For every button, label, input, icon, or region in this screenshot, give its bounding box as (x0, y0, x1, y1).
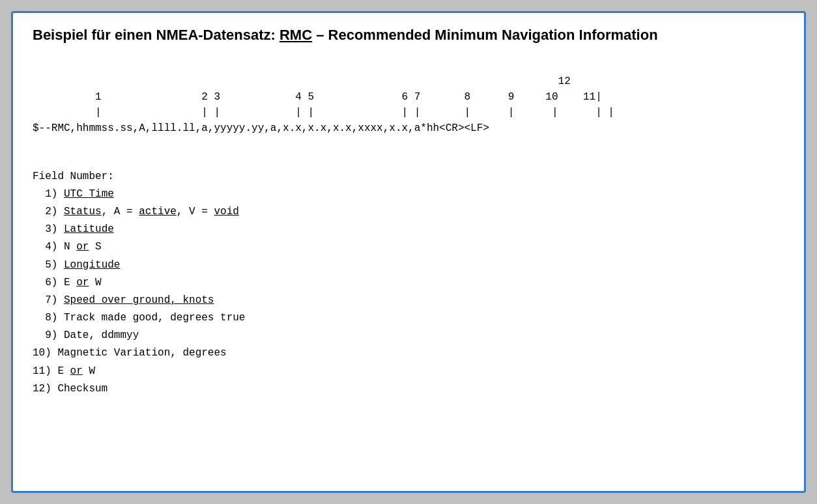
field-3: 3) Latitude (33, 221, 784, 238)
field-9: 9) Date, ddmmyy (33, 327, 784, 344)
field-12: 12) Checksum (33, 380, 784, 398)
field-5: 5) Longitude (33, 257, 784, 274)
diagram-line3: | | | | | | | | | | | | (33, 107, 614, 119)
field-4: 4) N or S (33, 238, 784, 256)
title-suffix: – Recommended Minimum Navigation Informa… (316, 27, 657, 43)
field-6: 6) E or W (33, 274, 784, 292)
diagram-line1: 12 (33, 76, 571, 87)
title-underline: RMC (280, 27, 312, 43)
field-1: 1) UTC Time (33, 186, 784, 203)
main-container: Beispiel für einen NMEA-Datensatz: RMC –… (11, 11, 806, 493)
field-number-label: Field Number: (33, 168, 784, 186)
field-7: 7) Speed over ground, knots (33, 292, 784, 309)
diagram-line2: 1 2 3 4 5 6 7 8 9 10 11| (33, 91, 602, 103)
field-11: 11) E or W (33, 363, 784, 380)
field-10: 10) Magnetic Variation, degrees (33, 344, 784, 362)
title-prefix: Beispiel für einen NMEA-Datensatz: (33, 27, 276, 43)
nmea-diagram: 12 1 2 3 4 5 6 7 8 9 10 11| | | | | | | … (33, 58, 784, 152)
fields-section: Field Number: 1) UTC Time 2) Status, A =… (33, 168, 784, 398)
page-title: Beispiel für einen NMEA-Datensatz: RMC –… (33, 26, 784, 45)
diagram-line4: $--RMC,hhmmss.ss,A,llll.ll,a,yyyyy.yy,a,… (33, 122, 489, 134)
field-2: 2) Status, A = active, V = void (33, 203, 784, 221)
field-8: 8) Track made good, degrees true (33, 309, 784, 327)
